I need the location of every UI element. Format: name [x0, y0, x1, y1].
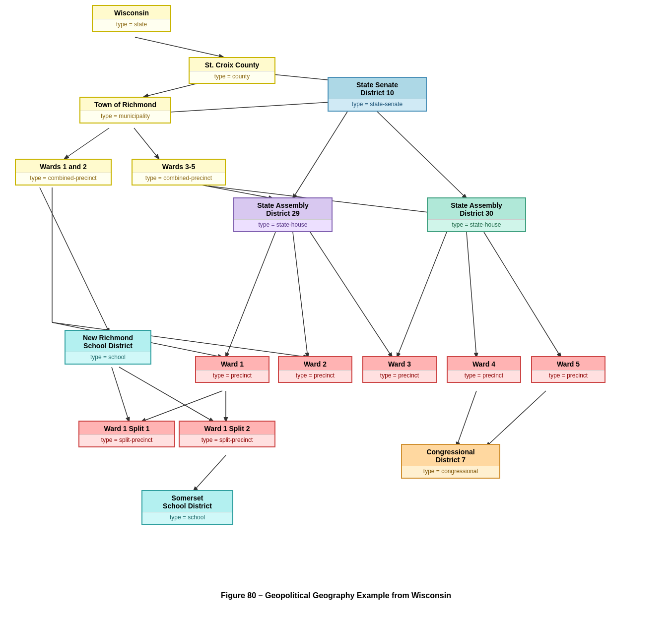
svg-line-15	[310, 232, 392, 357]
svg-line-21	[141, 391, 222, 422]
node-ward-1-split-1-type: type = split-precinct	[79, 435, 174, 446]
node-wards-1-2: Wards 1 and 2 type = combined-precinct	[15, 159, 112, 186]
node-congressional-7-title: Congressional District 7	[402, 445, 499, 466]
node-state-senate-10-type: type = state-senate	[329, 99, 426, 111]
svg-line-2	[154, 102, 337, 113]
node-somerset-school-title: Somerset School District	[142, 491, 232, 512]
svg-line-19	[112, 367, 129, 422]
node-st-croix: St. Croix County type = county	[189, 57, 275, 84]
svg-line-26	[40, 187, 109, 332]
node-state-assembly-29-title: State Assembly District 29	[234, 198, 332, 219]
node-state-assembly-30-type: type = state-house	[428, 219, 525, 231]
node-wisconsin-title: Wisconsin	[93, 6, 170, 19]
node-ward-1-split-1: Ward 1 Split 1 type = split-precinct	[78, 421, 175, 447]
node-wards-3-5-type: type = combined-precinct	[133, 173, 225, 185]
node-ward-1-split-1-title: Ward 1 Split 1	[79, 422, 174, 435]
node-town-richmond-type: type = municipality	[80, 111, 170, 123]
svg-line-3	[65, 128, 109, 159]
svg-line-24	[457, 391, 476, 446]
node-ward-1-split-2-type: type = split-precinct	[180, 435, 274, 446]
node-ward-4: Ward 4 type = precinct	[447, 356, 521, 383]
node-state-assembly-30-title: State Assembly District 30	[428, 198, 525, 219]
node-ward-4-type: type = precinct	[448, 370, 520, 382]
node-ward-4-title: Ward 4	[448, 357, 520, 370]
node-ward-2: Ward 2 type = precinct	[278, 356, 352, 383]
node-wards-1-2-type: type = combined-precinct	[16, 173, 111, 185]
node-ward-2-type: type = precinct	[279, 370, 351, 382]
svg-line-0	[135, 37, 223, 57]
node-congressional-7: Congressional District 7 type = congress…	[401, 444, 500, 479]
node-wards-3-5-title: Wards 3-5	[133, 160, 225, 173]
figure-caption: Figure 80 – Geopolitical Geography Examp…	[0, 585, 672, 608]
node-ward-1-title: Ward 1	[196, 357, 269, 370]
node-st-croix-type: type = county	[190, 71, 274, 83]
node-wisconsin: Wisconsin type = state	[92, 5, 171, 32]
node-new-richmond-school-title: New Richmond School District	[66, 331, 150, 352]
node-ward-1: Ward 1 type = precinct	[195, 356, 269, 383]
node-state-senate-10: State Senate District 10 type = state-se…	[328, 77, 427, 112]
node-new-richmond-school: New Richmond School District type = scho…	[65, 330, 151, 365]
node-wisconsin-type: type = state	[93, 19, 170, 31]
node-somerset-school: Somerset School District type = school	[141, 490, 233, 525]
svg-line-4	[134, 128, 159, 159]
node-ward-3-type: type = precinct	[363, 370, 436, 382]
svg-line-13	[226, 232, 275, 357]
svg-line-8	[194, 184, 273, 198]
node-ward-3-title: Ward 3	[363, 357, 436, 370]
node-wards-1-2-title: Wards 1 and 2	[16, 160, 111, 173]
node-new-richmond-school-type: type = school	[66, 352, 150, 364]
node-wards-3-5: Wards 3-5 type = combined-precinct	[132, 159, 226, 186]
node-ward-3: Ward 3 type = precinct	[362, 356, 437, 383]
svg-line-17	[467, 232, 476, 357]
node-st-croix-title: St. Croix County	[190, 58, 274, 71]
node-state-assembly-29: State Assembly District 29 type = state-…	[233, 197, 333, 232]
node-ward-1-split-2-title: Ward 1 Split 2	[180, 422, 274, 435]
node-somerset-school-type: type = school	[142, 512, 232, 524]
node-ward-5: Ward 5 type = precinct	[531, 356, 605, 383]
svg-line-25	[486, 391, 546, 446]
diagram-container: Wisconsin type = state St. Croix County …	[0, 0, 672, 585]
node-town-richmond-title: Town of Richmond	[80, 98, 170, 111]
node-ward-5-title: Ward 5	[532, 357, 605, 370]
node-state-assembly-29-type: type = state-house	[234, 219, 332, 231]
svg-line-7	[377, 112, 467, 198]
node-ward-1-type: type = precinct	[196, 370, 269, 382]
svg-line-23	[194, 455, 226, 491]
node-state-assembly-30: State Assembly District 30 type = state-…	[427, 197, 526, 232]
node-town-richmond: Town of Richmond type = municipality	[79, 97, 171, 124]
node-ward-2-title: Ward 2	[279, 357, 351, 370]
svg-line-14	[293, 232, 308, 357]
node-state-senate-10-title: State Senate District 10	[329, 78, 426, 99]
svg-line-16	[397, 232, 447, 357]
node-ward-1-split-2: Ward 1 Split 2 type = split-precinct	[179, 421, 275, 447]
node-congressional-7-type: type = congressional	[402, 466, 499, 478]
svg-line-6	[293, 112, 347, 198]
node-ward-5-type: type = precinct	[532, 370, 605, 382]
svg-line-18	[484, 232, 561, 357]
